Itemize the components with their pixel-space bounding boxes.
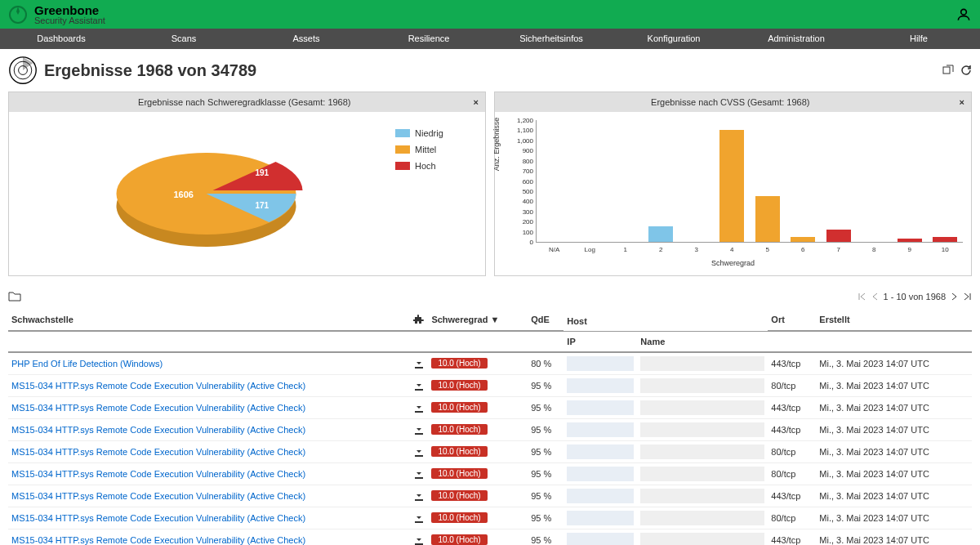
table-row: MS15-034 HTTP.sys Remote Code Execution …	[8, 396, 972, 418]
svg-point-1	[961, 9, 967, 15]
svg-text:191: 191	[256, 168, 270, 177]
table-row: MS15-034 HTTP.sys Remote Code Execution …	[8, 507, 972, 529]
nav-konfiguration[interactable]: Konfiguration	[612, 29, 735, 49]
nav-resilience[interactable]: Resilience	[368, 29, 490, 49]
severity-badge: 10.0 (Hoch)	[431, 490, 487, 501]
pager-first-icon[interactable]	[858, 292, 867, 302]
table-row: MS15-034 HTTP.sys Remote Code Execution …	[8, 485, 972, 507]
col-sev[interactable]: Schweregrad ▼	[428, 309, 528, 331]
vuln-link[interactable]: MS15-034 HTTP.sys Remote Code Execution …	[11, 381, 305, 391]
col-ort[interactable]: Ort	[768, 309, 816, 331]
col-name[interactable]: Name	[637, 331, 768, 352]
bar	[648, 226, 673, 242]
nav-dashboards[interactable]: Dashboards	[0, 29, 122, 49]
vuln-link[interactable]: MS15-034 HTTP.sys Remote Code Execution …	[11, 469, 305, 479]
bar	[933, 237, 957, 242]
app-subtitle: Security Assistant	[34, 16, 105, 25]
erstellt-cell: Mi., 3. Mai 2023 14:07 UTC	[816, 396, 972, 418]
download-icon[interactable]	[413, 424, 425, 436]
ip-cell	[567, 533, 634, 546]
vuln-link[interactable]: MS15-034 HTTP.sys Remote Code Execution …	[11, 491, 305, 501]
download-icon[interactable]	[413, 380, 425, 391]
nav-assets[interactable]: Assets	[245, 29, 368, 49]
page-title: Ergebnisse 1968 von 34789	[44, 61, 256, 80]
pager-next-icon[interactable]	[949, 292, 959, 302]
legend-hoch: Hoch	[395, 161, 477, 171]
chart2-title: Ergebnisse nach CVSS (Gesamt: 1968)	[501, 97, 960, 107]
bar-col: 3	[679, 120, 715, 242]
greenbone-logo-icon	[8, 5, 28, 25]
refresh-icon[interactable]	[960, 65, 972, 76]
severity-badge: 10.0 (Hoch)	[431, 512, 487, 523]
qde-cell: 95 %	[528, 374, 564, 396]
download-icon[interactable]	[413, 490, 425, 502]
bar	[719, 130, 744, 242]
table-row: MS15-034 HTTP.sys Remote Code Execution …	[8, 529, 972, 545]
qde-cell: 95 %	[528, 418, 564, 440]
nav-administration[interactable]: Administration	[735, 29, 858, 49]
bar-col: N/A	[537, 120, 572, 242]
nav-sicherheitsinfos[interactable]: Sicherheitsinfos	[490, 29, 612, 49]
erstellt-cell: Mi., 3. Mai 2023 14:07 UTC	[816, 529, 972, 545]
user-icon[interactable]	[956, 7, 972, 23]
folder-icon[interactable]	[8, 291, 21, 302]
chart2-close-icon[interactable]: ×	[960, 97, 964, 107]
chart2-xlabel: Schweregrad	[711, 259, 755, 267]
ort-cell: 80/tcp	[768, 507, 816, 529]
logo-area: Greenbone Security Assistant	[8, 4, 105, 25]
col-erstellt[interactable]: Erstellt	[816, 309, 972, 331]
svg-text:171: 171	[256, 201, 270, 210]
col-qde[interactable]: QdE	[528, 309, 564, 331]
pager-prev-icon[interactable]	[871, 292, 880, 302]
vuln-link[interactable]: MS15-034 HTTP.sys Remote Code Execution …	[11, 535, 305, 545]
pie-legend: Niedrig Mittel Hoch	[395, 120, 477, 267]
vuln-link[interactable]: PHP End Of Life Detection (Windows)	[11, 359, 163, 369]
col-ip[interactable]: IP	[564, 331, 637, 352]
charts-row: Ergebnisse nach Schweregradklasse (Gesam…	[0, 92, 980, 276]
severity-badge: 10.0 (Hoch)	[431, 534, 487, 545]
pager-last-icon[interactable]	[962, 292, 972, 302]
col-vuln[interactable]: Schwachstelle	[8, 309, 410, 331]
vuln-link[interactable]: MS15-034 HTTP.sys Remote Code Execution …	[11, 513, 305, 523]
bar-chart: 01002003004005006007008009001,0001,1001,…	[503, 120, 963, 267]
table-row: MS15-034 HTTP.sys Remote Code Execution …	[8, 374, 972, 396]
download-icon[interactable]	[413, 534, 425, 546]
download-icon[interactable]	[413, 446, 425, 458]
erstellt-cell: Mi., 3. Mai 2023 14:07 UTC	[816, 462, 972, 485]
bar-col: 8	[857, 120, 893, 242]
nav-scans[interactable]: Scans	[122, 29, 245, 49]
ip-cell	[567, 356, 634, 371]
table-row: MS15-034 HTTP.sys Remote Code Execution …	[8, 418, 972, 440]
vuln-link[interactable]: MS15-034 HTTP.sys Remote Code Execution …	[11, 403, 305, 413]
legend-mittel: Mittel	[395, 145, 477, 154]
vuln-link[interactable]: MS15-034 HTTP.sys Remote Code Execution …	[11, 447, 305, 457]
severity-badge: 10.0 (Hoch)	[431, 380, 487, 391]
ip-cell	[567, 378, 634, 393]
table-toolbar: 1 - 10 von 1968	[0, 284, 980, 309]
nav-hilfe[interactable]: Hilfe	[858, 29, 980, 49]
erstellt-cell: Mi., 3. Mai 2023 14:07 UTC	[816, 418, 972, 440]
hostname-cell	[640, 356, 764, 371]
vuln-link[interactable]: MS15-034 HTTP.sys Remote Code Execution …	[11, 425, 305, 435]
col-host[interactable]: Host	[564, 309, 768, 331]
results-table: Schwachstelle Schweregrad ▼ QdE Host Ort…	[8, 309, 972, 545]
ip-cell	[567, 511, 634, 525]
new-window-icon[interactable]	[942, 65, 954, 76]
hostname-cell	[640, 444, 764, 459]
ort-cell: 443/tcp	[768, 352, 816, 375]
bar	[898, 239, 922, 242]
chart1-close-icon[interactable]: ×	[474, 97, 479, 107]
bar-col: 2	[644, 120, 679, 242]
pager-text: 1 - 10 von 1968	[884, 292, 946, 302]
hostname-cell	[640, 489, 764, 503]
table-row: MS15-034 HTTP.sys Remote Code Execution …	[8, 462, 972, 485]
hostname-cell	[640, 533, 764, 546]
hostname-cell	[640, 511, 764, 525]
bar	[755, 196, 780, 242]
download-icon[interactable]	[413, 468, 425, 480]
download-icon[interactable]	[413, 402, 425, 413]
main-nav: Dashboards Scans Assets Resilience Siche…	[0, 29, 980, 49]
download-icon[interactable]	[413, 512, 425, 524]
download-icon[interactable]	[413, 358, 425, 369]
ort-cell: 443/tcp	[768, 529, 816, 545]
